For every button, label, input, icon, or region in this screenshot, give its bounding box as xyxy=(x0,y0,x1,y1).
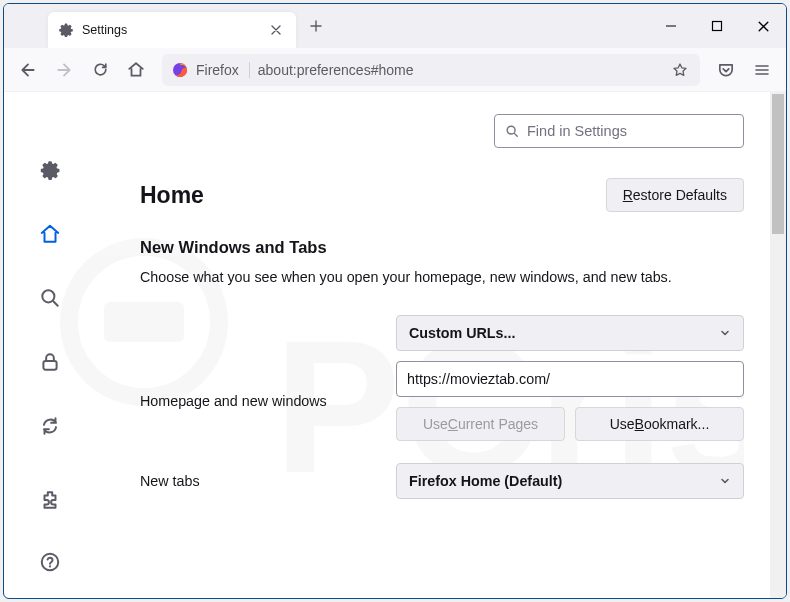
sidebar-item-general[interactable] xyxy=(32,152,68,188)
url-text: about:preferences#home xyxy=(258,62,662,78)
newtabs-select[interactable]: Firefox Home (Default) xyxy=(396,463,744,499)
vertical-scrollbar[interactable] xyxy=(770,92,786,598)
maximize-button[interactable] xyxy=(694,4,740,48)
select-value: Custom URLs... xyxy=(409,325,515,341)
sidebar-item-support[interactable] xyxy=(32,544,68,580)
svg-point-5 xyxy=(42,290,54,302)
app-menu-button[interactable] xyxy=(746,54,778,86)
titlebar: Settings xyxy=(4,4,786,48)
scroll-thumb[interactable] xyxy=(772,94,784,234)
firefox-icon xyxy=(172,62,188,78)
sidebar-item-sync[interactable] xyxy=(32,408,68,444)
page-title: Home xyxy=(140,182,606,209)
svg-rect-0 xyxy=(713,22,722,31)
section-heading: New Windows and Tabs xyxy=(140,238,760,257)
svg-rect-6 xyxy=(43,361,56,370)
sidebar-item-home[interactable] xyxy=(32,216,68,252)
settings-main: Home Restore Defaults New Windows and Ta… xyxy=(96,92,786,598)
window-controls xyxy=(648,4,786,48)
home-button[interactable] xyxy=(120,54,152,86)
bookmark-star-icon[interactable] xyxy=(670,62,690,78)
newtabs-label: New tabs xyxy=(140,473,396,489)
browser-window: Settings xyxy=(3,3,787,599)
tab-title: Settings xyxy=(82,23,258,37)
nav-toolbar: Firefox about:preferences#home xyxy=(4,48,786,92)
gear-icon xyxy=(58,22,74,38)
section-description: Choose what you see when you open your h… xyxy=(140,267,760,287)
tab-settings[interactable]: Settings xyxy=(48,12,296,48)
pocket-button[interactable] xyxy=(710,54,742,86)
new-tab-button[interactable] xyxy=(300,10,332,42)
chevron-down-icon xyxy=(719,327,731,339)
back-button[interactable] xyxy=(12,54,44,86)
restore-defaults-button[interactable]: Restore Defaults xyxy=(606,178,744,212)
close-window-button[interactable] xyxy=(740,4,786,48)
chevron-down-icon xyxy=(719,475,731,487)
select-value: Firefox Home (Default) xyxy=(409,473,562,489)
search-input[interactable] xyxy=(527,123,733,139)
content-area: PCrisk xyxy=(4,92,786,598)
minimize-button[interactable] xyxy=(648,4,694,48)
forward-button[interactable] xyxy=(48,54,80,86)
use-bookmark-button[interactable]: Use Bookmark... xyxy=(575,407,744,441)
close-icon[interactable] xyxy=(266,20,286,40)
sidebar-item-privacy[interactable] xyxy=(32,344,68,380)
settings-sidebar xyxy=(4,92,96,598)
homepage-mode-select[interactable]: Custom URLs... xyxy=(396,315,744,351)
search-icon xyxy=(505,124,519,138)
homepage-url-input[interactable] xyxy=(396,361,744,397)
identity-label: Firefox xyxy=(196,62,250,78)
use-current-pages-button[interactable]: Use Current Pages xyxy=(396,407,565,441)
sidebar-item-extensions[interactable] xyxy=(32,482,68,518)
find-in-settings[interactable] xyxy=(494,114,744,148)
homepage-label: Homepage and new windows xyxy=(140,393,396,409)
reload-button[interactable] xyxy=(84,54,116,86)
svg-point-9 xyxy=(507,126,515,134)
svg-point-8 xyxy=(49,565,51,567)
url-bar[interactable]: Firefox about:preferences#home xyxy=(162,54,700,86)
sidebar-item-search[interactable] xyxy=(32,280,68,316)
